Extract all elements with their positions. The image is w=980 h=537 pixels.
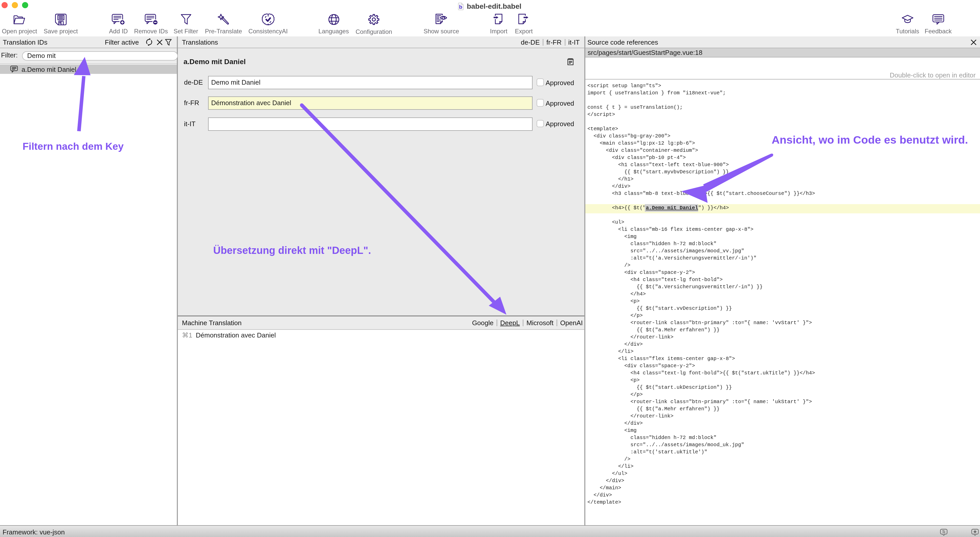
svg-text:b: b [459, 4, 462, 10]
